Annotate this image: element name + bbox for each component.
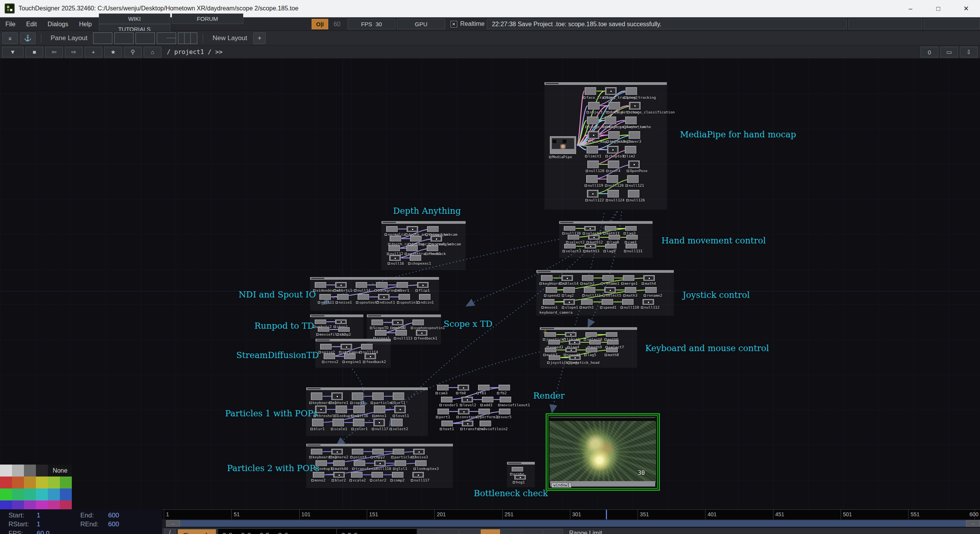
cluster-titlebar[interactable] <box>544 82 667 85</box>
node-flag-icon[interactable] <box>564 354 566 356</box>
node[interactable] <box>499 409 510 414</box>
node[interactable] <box>564 244 576 248</box>
node[interactable] <box>398 294 410 300</box>
node[interactable] <box>336 406 347 413</box>
node-flag-icon[interactable] <box>587 111 589 113</box>
node-flag-icon[interactable] <box>544 294 546 297</box>
breadcrumb[interactable]: / project1 / >> <box>167 48 223 56</box>
node-flag-icon[interactable] <box>393 468 395 470</box>
node-flag-icon[interactable] <box>625 241 627 243</box>
palette-swatch[interactable] <box>36 488 48 500</box>
node[interactable] <box>482 397 493 402</box>
node[interactable] <box>643 299 654 305</box>
rstart-value[interactable]: 1 <box>37 520 40 528</box>
node[interactable] <box>318 327 329 332</box>
node[interactable] <box>498 385 510 390</box>
node-flag-icon[interactable] <box>372 415 375 417</box>
node-flag-icon[interactable] <box>497 392 499 394</box>
node-flag-icon[interactable] <box>627 170 629 172</box>
node-flag-icon[interactable] <box>393 415 395 417</box>
node[interactable] <box>375 330 387 336</box>
node-flag-icon[interactable] <box>621 306 623 309</box>
node-flag-icon[interactable] <box>584 354 587 356</box>
palette-swatch[interactable] <box>0 488 12 500</box>
node-flag-icon[interactable] <box>580 306 582 309</box>
node[interactable] <box>412 472 424 478</box>
node[interactable] <box>437 385 449 390</box>
node-flag-icon[interactable] <box>351 428 354 430</box>
node[interactable] <box>315 282 326 288</box>
node[interactable] <box>393 392 404 400</box>
node[interactable] <box>569 340 580 345</box>
node-flag-icon[interactable] <box>411 327 413 329</box>
node-flag-icon[interactable] <box>626 199 629 201</box>
node[interactable] <box>628 190 639 198</box>
node[interactable] <box>374 460 386 466</box>
cluster-titlebar[interactable] <box>367 314 441 317</box>
node-flag-icon[interactable] <box>370 327 372 329</box>
fps-box[interactable]: FPS 30 <box>348 19 396 29</box>
node-flag-icon[interactable] <box>562 294 564 297</box>
node[interactable] <box>625 226 637 231</box>
node[interactable] <box>623 275 634 281</box>
node-flag-icon[interactable] <box>623 155 626 157</box>
node[interactable] <box>543 299 554 305</box>
node-flag-icon[interactable] <box>585 155 587 157</box>
node-flag-icon[interactable] <box>497 416 500 418</box>
node[interactable] <box>413 449 425 455</box>
range-fill[interactable] <box>166 520 980 527</box>
node[interactable] <box>441 421 453 426</box>
node-flag-icon[interactable] <box>356 301 358 304</box>
layout-split-horizontal-button[interactable] <box>136 32 155 44</box>
node[interactable] <box>605 244 617 248</box>
node-cluster-hand[interactable]: null130select1math11lag3select2math12lag… <box>559 221 653 258</box>
node[interactable] <box>585 244 596 248</box>
node[interactable] <box>605 117 616 124</box>
node[interactable] <box>332 419 344 426</box>
node-flag-icon[interactable] <box>563 250 565 252</box>
node-flag-icon[interactable] <box>388 262 390 265</box>
node[interactable] <box>376 282 388 288</box>
node-flag-icon[interactable] <box>562 232 565 235</box>
node[interactable] <box>458 409 470 414</box>
node[interactable] <box>410 255 421 261</box>
node[interactable] <box>312 419 324 426</box>
node[interactable] <box>625 287 636 293</box>
node[interactable] <box>427 226 439 232</box>
node[interactable] <box>565 348 577 352</box>
transport-prev-button[interactable] <box>439 529 459 534</box>
node-flag-icon[interactable] <box>623 294 626 297</box>
node[interactable] <box>586 348 597 352</box>
node-flag-icon[interactable] <box>439 404 442 406</box>
node[interactable] <box>480 421 491 426</box>
node-flag-icon[interactable] <box>584 338 586 341</box>
node[interactable] <box>606 332 617 337</box>
node-flag-icon[interactable] <box>624 232 626 235</box>
node-cluster-particles2[interactable]: keyboardin3sphere2point4copy2particles2n… <box>306 444 453 488</box>
node[interactable] <box>607 190 619 198</box>
node-flag-icon[interactable] <box>322 361 324 363</box>
render-output-window[interactable]: 30 window1 <box>546 413 660 491</box>
node-flag-icon[interactable] <box>460 428 463 430</box>
node-flag-icon[interactable] <box>604 96 606 99</box>
node-flag-icon[interactable] <box>626 184 628 187</box>
node[interactable] <box>622 299 634 305</box>
node-flag-icon[interactable] <box>539 282 542 285</box>
node-flag-icon[interactable] <box>359 351 362 353</box>
palette-swatch[interactable] <box>60 488 72 500</box>
menu-item-dialogs[interactable]: Dialogs <box>42 21 73 27</box>
node-flag-icon[interactable] <box>336 301 338 304</box>
node-flag-icon[interactable] <box>606 170 609 172</box>
transport-next-button[interactable] <box>522 529 542 534</box>
node-flag-icon[interactable] <box>342 361 345 363</box>
cluster-titlebar[interactable] <box>507 462 535 465</box>
oi-toggle[interactable]: O|I <box>312 19 328 29</box>
layout-single-button[interactable] <box>93 32 112 44</box>
node-flag-icon[interactable] <box>477 416 479 418</box>
node-flag-icon[interactable] <box>642 282 644 285</box>
palette-swatch[interactable] <box>48 488 60 500</box>
node[interactable] <box>417 282 429 288</box>
node-flag-icon[interactable] <box>411 479 413 482</box>
node-cluster-mediapipe[interactable]: face_trackinghand_tracking2pose_tracking… <box>544 82 667 210</box>
node[interactable] <box>608 161 619 168</box>
